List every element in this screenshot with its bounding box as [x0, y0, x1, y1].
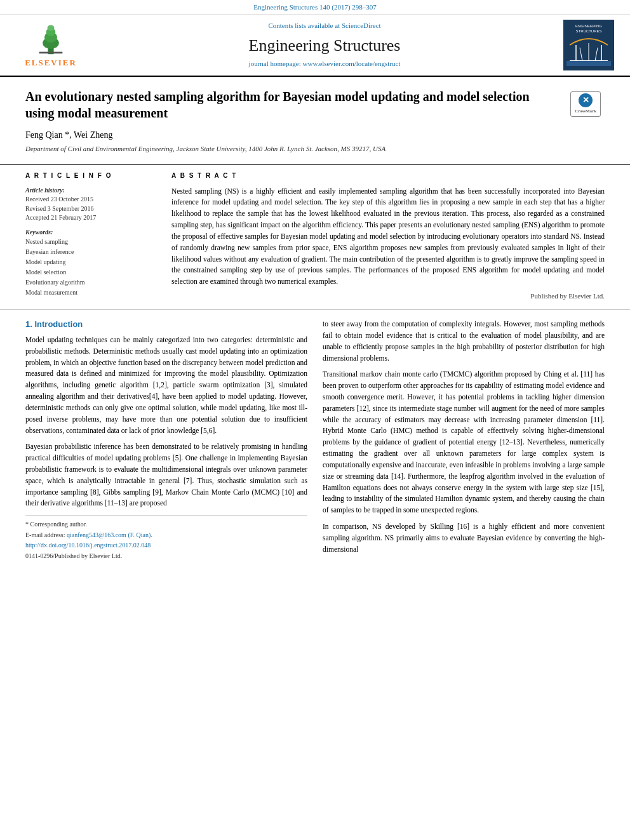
keyword-4: Model selection — [25, 267, 152, 277]
publisher-note: Published by Elsevier Ltd. — [171, 291, 605, 302]
svg-rect-5 — [39, 52, 63, 54]
abstract-text: Nested sampling (NS) is a highly efficie… — [171, 186, 605, 288]
journal-badge: ENGINEERING STRUCTURES — [560, 20, 617, 70]
keyword-2: Bayesian inference — [25, 247, 152, 257]
issn-note: 0141-0296/Published by Elsevier Ltd. — [25, 552, 307, 561]
abstract-section: A B S T R A C T Nested sampling (NS) is … — [171, 171, 605, 303]
article-history: Article history: Received 23 October 201… — [25, 186, 152, 223]
received-date: Received 23 October 2015 — [25, 195, 152, 204]
content-columns: 1. Introduction Model updating technique… — [25, 319, 605, 562]
article-info-heading: A R T I C L E I N F O — [25, 171, 152, 181]
svg-point-4 — [48, 25, 55, 30]
keywords-label: Keywords: — [25, 228, 152, 237]
elsevier-tree-icon — [29, 21, 73, 56]
keyword-1: Nested sampling — [25, 237, 152, 247]
article-metadata: A R T I C L E I N F O Article history: R… — [25, 171, 152, 303]
journal-title: Engineering Structures — [89, 34, 560, 58]
doi-link[interactable]: http://dx.doi.org/10.1016/j.engstruct.20… — [25, 541, 307, 550]
author-list: Feng Qian *, Wei Zheng — [25, 129, 605, 142]
keyword-6: Modal measurement — [25, 288, 152, 298]
keywords-section: Keywords: Nested sampling Bayesian infer… — [25, 228, 152, 298]
main-content: 1. Introduction Model updating technique… — [0, 310, 630, 571]
crossmark-badge[interactable]: ✕ CrossMark — [566, 88, 605, 120]
article-header: An evolutionary nested sampling algorith… — [0, 77, 630, 165]
left-column: 1. Introduction Model updating technique… — [25, 319, 307, 562]
crossmark-icon: ✕ — [582, 95, 589, 106]
author-affiliation: Department of Civil and Environmental En… — [25, 144, 605, 154]
abstract-heading: A B S T R A C T — [171, 171, 605, 181]
publisher-logo: ELSEVIER — [13, 21, 89, 69]
elsevier-logo: ELSEVIER — [25, 21, 77, 69]
corresponding-author-note: * Corresponding author. — [25, 520, 307, 530]
history-label: Article history: — [25, 186, 152, 196]
section-1-right-para-3: In comparison, NS developed by Skilling … — [323, 521, 605, 555]
section-1-para-1: Model updating techniques can be mainly … — [25, 335, 307, 436]
svg-rect-15 — [566, 61, 611, 66]
journal-info: Contents lists available at ScienceDirec… — [89, 21, 560, 69]
journal-citation: Engineering Structures 140 (2017) 298–30… — [0, 0, 630, 15]
article-info-section: A R T I C L E I N F O Article history: R… — [0, 165, 630, 310]
section-1-para-2: Bayesian probabilistic inference has bee… — [25, 441, 307, 509]
svg-text:ENGINEERING: ENGINEERING — [575, 24, 602, 28]
journal-homepage: journal homepage: www.elsevier.com/locat… — [89, 59, 560, 69]
section-1-title: 1. Introduction — [25, 319, 307, 331]
keywords-list: Nested sampling Bayesian inference Model… — [25, 237, 152, 298]
section-1-right-para-2: Transitional markov chain monte carlo (T… — [323, 369, 605, 516]
keyword-3: Model updating — [25, 257, 152, 267]
journal-header: ELSEVIER Contents lists available at Sci… — [0, 15, 630, 77]
keyword-5: Evolutionary algorithm — [25, 277, 152, 288]
engineering-structures-badge-icon: ENGINEERING STRUCTURES — [563, 20, 614, 70]
revised-date: Revised 3 September 2016 — [25, 204, 152, 214]
section-1-right-para-1: to steer away from the computation of co… — [323, 319, 605, 364]
contents-available: Contents lists available at ScienceDirec… — [89, 21, 560, 31]
accepted-date: Accepted 21 February 2017 — [25, 213, 152, 223]
svg-text:STRUCTURES: STRUCTURES — [575, 29, 601, 33]
citation-text: Engineering Structures 140 (2017) 298–30… — [253, 3, 377, 11]
footnotes: * Corresponding author. E-mail address: … — [25, 516, 307, 561]
article-title: An evolutionary nested sampling algorith… — [25, 88, 605, 121]
elsevier-wordmark: ELSEVIER — [25, 57, 77, 69]
right-column: to steer away from the computation of co… — [323, 319, 605, 562]
email-note: E-mail address: qianfeng543@163.com (F. … — [25, 531, 307, 540]
